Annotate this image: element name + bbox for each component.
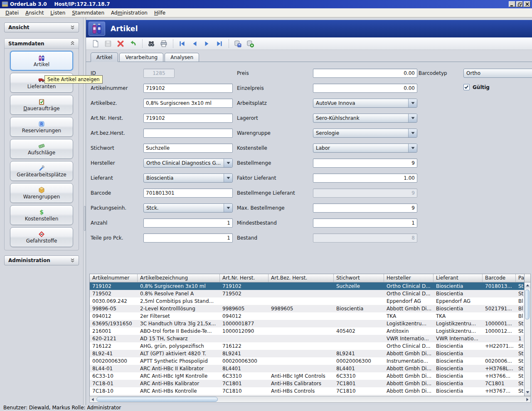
table-cell: 0030.069.242 xyxy=(90,297,138,305)
sidebar-button-aufschl-ge[interactable]: Aufschläge xyxy=(10,139,73,159)
table-row[interactable]: 0940122er Filterset094012TKATKABl xyxy=(90,312,524,320)
sidebar-button-reservierungen[interactable]: RReservierungen xyxy=(10,117,73,137)
combo-lagerort[interactable]: Sero-Kühlschrank xyxy=(313,114,417,123)
input-einzelpreis[interactable]: 0.00 xyxy=(313,84,417,93)
table-row[interactable]: 6C33-10ARC Anti-HBc IgM Kontrolle6C3310A… xyxy=(90,372,524,380)
input-bestellmenge[interactable]: 9 xyxy=(313,158,417,168)
input-art-bez-herst[interactable] xyxy=(143,129,233,138)
vertical-scroll-thumb[interactable] xyxy=(525,290,530,319)
table-row[interactable]: 620-2121AD 15 TH, SchwarzVWR Internatio.… xyxy=(90,335,524,342)
table-row[interactable]: 216001ABO-trol forte II Bedside-Te...100… xyxy=(90,327,524,335)
scroll-left-icon[interactable] xyxy=(90,396,96,402)
input-preis[interactable]: 0.00 xyxy=(313,69,417,78)
input-mindestbestand[interactable]: 1 xyxy=(313,218,417,228)
statusbar: Benutzer: Diewald, Markus Rolle: Adminis… xyxy=(0,405,532,411)
table-row[interactable]: 99896-052-Level Kontrolllösung9989605998… xyxy=(90,305,524,312)
next-record-icon[interactable] xyxy=(202,39,212,49)
menu-item-listen[interactable]: Listen xyxy=(47,9,69,17)
table-row[interactable]: 00020006300APTT Synthetic Phospolipid000… xyxy=(90,357,524,365)
db-save-icon[interactable] xyxy=(233,39,243,49)
input-anzahl[interactable]: 1 xyxy=(143,218,233,228)
search-icon[interactable] xyxy=(146,39,156,49)
input-stichwort[interactable]: Suchzelle xyxy=(143,144,233,153)
column-header-art-bez-herst[interactable]: Art.Bez. Herst. xyxy=(268,274,334,282)
combo-warengruppe[interactable]: Serologie xyxy=(313,129,417,138)
sidebar-button-artikel[interactable]: Artikel xyxy=(10,51,73,71)
previous-record-icon[interactable] xyxy=(190,39,200,49)
scroll-right-icon[interactable] xyxy=(525,396,530,402)
delete-icon[interactable] xyxy=(116,39,126,49)
sidebar-button-warengruppen[interactable]: Warengruppen xyxy=(10,183,73,203)
table-cell: Instrumentatio... xyxy=(384,357,433,365)
table-cell: 8L92-41 xyxy=(90,350,138,357)
menu-item-hilfe[interactable]: Hilfe xyxy=(151,9,169,17)
table-cell: Bioscientia xyxy=(334,305,384,312)
column-header-artikelbezeichnung[interactable]: Artikelbezeichnung xyxy=(138,274,220,282)
menu-item-datei[interactable]: Datei xyxy=(2,9,22,17)
table-vertical-scrollbar[interactable] xyxy=(525,274,531,396)
table-row[interactable]: 7191020,8% Surgiscreen 3x10 ml719102Such… xyxy=(90,282,524,290)
input-barcode[interactable]: 701801301 xyxy=(143,188,233,198)
table-row[interactable]: 63695/19316503C Handtuch Ultra 3lg 21,5x… xyxy=(90,320,524,327)
scroll-up-icon[interactable] xyxy=(525,282,530,288)
column-header-artikelnummer[interactable]: Artikelnummer xyxy=(90,274,138,282)
undo-icon[interactable] xyxy=(128,39,138,49)
menu-item-ansicht[interactable]: Ansicht xyxy=(22,9,47,17)
db-add-icon[interactable] xyxy=(245,39,255,49)
table-row[interactable]: 8L44-01ARC Anti-HBc II Kalibrator8L44018… xyxy=(90,365,524,372)
input-teile-pro-pck[interactable]: 1 xyxy=(143,233,233,243)
new-icon[interactable] xyxy=(91,39,101,49)
tab-verarbeitung[interactable]: Verarbeitung xyxy=(119,53,163,62)
combo-lieferant[interactable]: Bioscientia xyxy=(143,173,233,183)
column-header-stichwort[interactable]: Stichwort xyxy=(334,274,384,282)
column-header-barcode[interactable]: Barcode xyxy=(483,274,516,282)
sidebar-button-kostenstellen[interactable]: $Kostenstellen xyxy=(10,205,73,225)
window-close-button[interactable] xyxy=(524,1,530,7)
combo-hersteller[interactable]: Ortho Clinical Diagnostics G... xyxy=(143,158,233,168)
combo-arbeitsplatz[interactable]: AutoVue Innova xyxy=(313,99,417,108)
table-row[interactable]: 716122AHG, grün, polyspezifisch716122Ort… xyxy=(90,342,524,350)
splitter-handle[interactable] xyxy=(84,206,86,231)
menu-item-stammdaten[interactable]: Stammdaten xyxy=(69,9,108,17)
tab-artikel[interactable]: Artikel xyxy=(91,52,118,62)
input-artikelnummer[interactable]: 719102 xyxy=(143,84,233,93)
combo-packungseinh[interactable]: Stck. xyxy=(143,203,233,213)
input-artikelbez[interactable]: 0,8% Surgiscreen 3x10 ml xyxy=(143,99,233,108)
print-icon[interactable] xyxy=(159,39,169,49)
table-row[interactable]: 7C18-10ARC Anti-HBs Kontrolle7C1810Anti-… xyxy=(90,387,524,395)
sidebar-button-dauerauftr-ge[interactable]: Daueraufträge xyxy=(10,95,73,115)
table-row[interactable]: 0030.069.2422,5ml Combitips plus Stand..… xyxy=(90,297,524,305)
input-max-bestellmenge[interactable]: 9 xyxy=(313,203,417,213)
combo-kostenstelle[interactable]: Labor xyxy=(313,144,417,153)
field-artikelnummer: Artikelnummer719102 xyxy=(91,84,233,93)
column-header-hersteller[interactable]: Hersteller xyxy=(384,274,433,282)
table-horizontal-scrollbar[interactable] xyxy=(89,396,531,403)
sidebar-button-ger-tearbeitspl-tze[interactable]: Gerätearbeitsplätze xyxy=(10,161,73,181)
scroll-down-icon[interactable] xyxy=(525,389,530,395)
last-record-icon[interactable] xyxy=(214,39,224,49)
window-minimize-button[interactable] xyxy=(509,1,515,7)
tab-analysen[interactable]: Analysen xyxy=(165,53,199,62)
table-row[interactable]: 7C18-01ARC Anti-HBs Kalibrator7C1801Anti… xyxy=(90,380,524,387)
menu-item-administration[interactable]: Administration xyxy=(108,9,151,17)
column-header-lieferant[interactable]: Lieferant xyxy=(433,274,483,282)
table-cell: TKA xyxy=(433,312,483,320)
input-art-nr-herst[interactable]: 719102 xyxy=(143,114,233,123)
panel-administration[interactable]: Administration xyxy=(4,255,79,265)
sidebar-button-label: Daueraufträge xyxy=(23,106,60,111)
panel-ansicht[interactable]: Ansicht xyxy=(4,22,79,32)
table-cell: 1000001877 xyxy=(220,320,268,327)
gueltig-checkbox[interactable] xyxy=(463,84,470,90)
window-restore-button[interactable] xyxy=(516,1,523,7)
column-header-art-nr-herst[interactable]: Art.Nr. Herst. xyxy=(220,274,268,282)
table-row[interactable]: 7195020.8% Resolve Panel A719502Ortho Cl… xyxy=(90,290,524,297)
horizontal-scroll-thumb[interactable] xyxy=(96,397,218,402)
first-record-icon[interactable] xyxy=(177,39,187,49)
input-faktor-lieferant[interactable]: 1.00 xyxy=(313,173,417,183)
barcodetyp-select[interactable]: Ortho xyxy=(463,69,532,78)
table-row[interactable]: 8L92-41ALT (GPT) aktiviert 4820 T.8L9241… xyxy=(90,350,524,357)
column-header-pa[interactable]: Pa xyxy=(516,274,525,282)
panel-stammdaten[interactable]: Stammdaten xyxy=(5,39,79,49)
field-einzelpreis: Einzelpreis0.00 xyxy=(237,84,417,93)
sidebar-button-gefahrstoffe[interactable]: Gefahrstoffe xyxy=(10,227,73,247)
